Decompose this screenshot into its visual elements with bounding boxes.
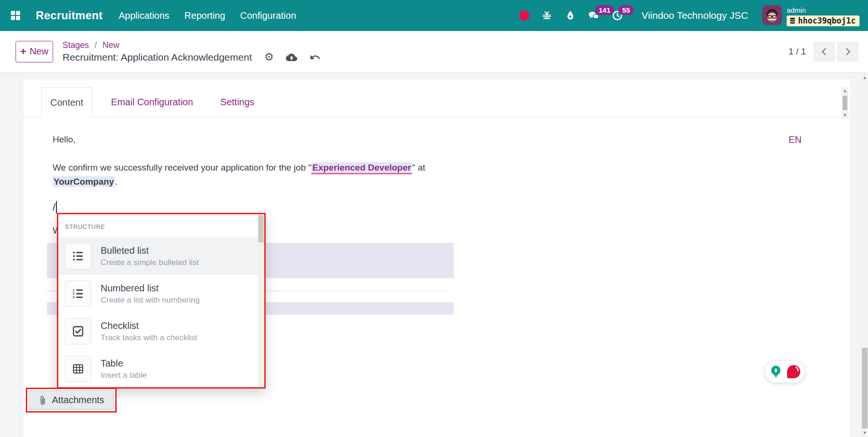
checklist-iconbox: [65, 318, 91, 344]
company-switcher[interactable]: Viindoo Technology JSC: [641, 10, 748, 21]
powerbox-item-title: Table: [101, 358, 147, 369]
breadcrumb-stages[interactable]: Stages: [63, 40, 89, 50]
powerbox-scrollbar-thumb[interactable]: [258, 215, 264, 242]
slash-command-text[interactable]: /: [53, 201, 57, 213]
svg-text:2: 2: [73, 292, 75, 295]
svg-text:1: 1: [73, 289, 75, 292]
checklist-icon: [72, 325, 84, 337]
attachments-annotation-box: Attachments: [26, 388, 117, 413]
inner-scrollbar-thumb[interactable]: [843, 96, 847, 110]
powerbox-item-numbered-list[interactable]: 123 Numbered list Create a list with num…: [58, 275, 264, 312]
powerbox-dropdown: STRUCTURE Bulleted list Create a: [57, 213, 266, 389]
company-placeholder[interactable]: YourCompany: [53, 176, 115, 187]
navbar-left: Recruitment Applications Reporting Confi…: [0, 8, 296, 23]
breadcrumb: Stages / New Recruitment: Application Ac…: [63, 40, 321, 63]
lightbulb-icon: [768, 364, 784, 380]
activities-badge: 55: [618, 5, 634, 15]
powerbox-item-texts: Bulleted list Create a simple bulleted l…: [101, 245, 199, 267]
powerbox-item-checklist[interactable]: Checklist Track tasks with a checklist: [58, 312, 264, 350]
notebook-tabs: Content Email Configuration Settings: [24, 87, 850, 117]
powerbox-item-texts: Numbered list Create a list with numberi…: [101, 283, 200, 305]
chevron-left-icon: [820, 47, 829, 56]
app-window: Recruitment Applications Reporting Confi…: [0, 0, 868, 437]
pager-previous-button[interactable]: [813, 42, 835, 62]
powerbox-section-label: STRUCTURE: [65, 223, 105, 230]
user-meta: admin hhoc39qboj1c: [787, 5, 860, 26]
paragraph-line-2: YourCompany.: [53, 175, 425, 189]
chevron-right-icon: [844, 47, 852, 56]
powerbox-scrollbar[interactable]: [258, 214, 264, 387]
paperclip-icon: [38, 396, 47, 405]
undo-icon[interactable]: [309, 52, 321, 63]
powerbox-item-title: Numbered list: [101, 283, 200, 294]
powerbox-item-desc: Track tasks with a checklist: [101, 333, 197, 343]
viindoo-mark-icon: [785, 363, 802, 380]
scroll-down-icon[interactable]: ▼: [843, 112, 847, 118]
page-scrollbar-thumb[interactable]: [862, 348, 868, 429]
tab-email-configuration[interactable]: Email Configuration: [103, 87, 202, 117]
language-badge[interactable]: EN: [789, 134, 802, 145]
record-dot[interactable]: [519, 10, 529, 21]
database-name: hhoc39qboj1c: [798, 16, 856, 25]
breadcrumb-separator: /: [95, 40, 97, 50]
tab-settings[interactable]: Settings: [212, 87, 263, 117]
table-iconbox: [65, 356, 91, 382]
navbar-right: 141 55 Viindoo Technology JSC: [519, 5, 868, 26]
slash-char: /: [53, 202, 55, 212]
database-badge: hhoc39qboj1c: [787, 16, 860, 26]
job-position-placeholder[interactable]: Experienced Developer: [311, 162, 412, 174]
attachments-button[interactable]: Attachments: [29, 390, 114, 410]
powerbox-item-bulleted-list[interactable]: Bulleted list Create a simple bulleted l…: [58, 237, 264, 275]
navbar-menu: Applications Reporting Configuration: [118, 10, 296, 21]
body-text-end: .: [115, 177, 117, 187]
inner-scrollbar[interactable]: ▲ ▼: [842, 87, 848, 118]
bug-icon[interactable]: [541, 9, 553, 22]
powerbox-item-title: Checklist: [101, 320, 197, 331]
breadcrumb-current: New: [103, 40, 119, 50]
cloud-save-icon[interactable]: [286, 52, 297, 63]
table-icon: [72, 363, 84, 375]
body-text-pre: We confirm we successfully received your…: [53, 163, 311, 172]
menu-configuration[interactable]: Configuration: [240, 10, 296, 21]
activities-button[interactable]: 55: [611, 9, 623, 22]
menu-applications[interactable]: Applications: [118, 10, 169, 21]
pager-next-button[interactable]: [837, 42, 859, 62]
user-menu[interactable]: admin hhoc39qboj1c: [762, 5, 860, 26]
numbered-list-iconbox: 123: [65, 281, 91, 307]
user-name: admin: [787, 6, 806, 14]
attachments-label: Attachments: [52, 395, 104, 406]
record-title-row: Recruitment: Application Acknowledgement…: [63, 52, 321, 63]
paragraph-line-1: We confirm we successfully received your…: [53, 161, 425, 175]
new-button-label: New: [30, 46, 48, 57]
gear-icon[interactable]: ⚙: [264, 52, 274, 62]
powerbox-item-texts: Checklist Track tasks with a checklist: [101, 320, 197, 343]
powerbox-items: Bulleted list Create a simple bulleted l…: [58, 237, 264, 388]
apps-menu-button[interactable]: [8, 8, 24, 23]
bulleted-list-icon: [72, 250, 84, 262]
bulleted-list-iconbox: [65, 243, 91, 269]
powerbox-item-texts: Table Insert a table: [101, 358, 147, 380]
editor-paragraph[interactable]: We confirm we successfully received your…: [53, 161, 425, 189]
assistant-widget[interactable]: [765, 360, 805, 383]
tab-content[interactable]: Content: [41, 87, 92, 117]
avatar: [762, 5, 782, 25]
scroll-up-icon[interactable]: ▲: [843, 87, 847, 94]
menu-reporting[interactable]: Reporting: [184, 10, 225, 21]
page-scrollbar[interactable]: ▲ ▼: [861, 72, 868, 437]
pager-buttons: [813, 42, 859, 62]
scroll-down-icon[interactable]: ▼: [861, 429, 868, 436]
pager-value: 1 / 1: [789, 47, 806, 57]
powerbox-item-desc: Insert a table: [101, 371, 147, 380]
droplet-icon[interactable]: [564, 9, 576, 22]
editor-greeting[interactable]: Hello,: [53, 134, 76, 145]
powerbox-item-table[interactable]: Table Insert a table: [58, 350, 264, 388]
body-text-mid: " at: [412, 163, 425, 172]
svg-text:3: 3: [73, 296, 75, 299]
breadcrumb-line: Stages / New: [63, 40, 321, 50]
database-icon: [789, 17, 796, 24]
new-button[interactable]: + New: [16, 41, 53, 62]
messages-button[interactable]: 141: [588, 9, 600, 22]
scroll-up-icon[interactable]: ▲: [861, 74, 868, 81]
record-title: Recruitment: Application Acknowledgement: [63, 52, 252, 63]
text-cursor: [56, 201, 57, 213]
